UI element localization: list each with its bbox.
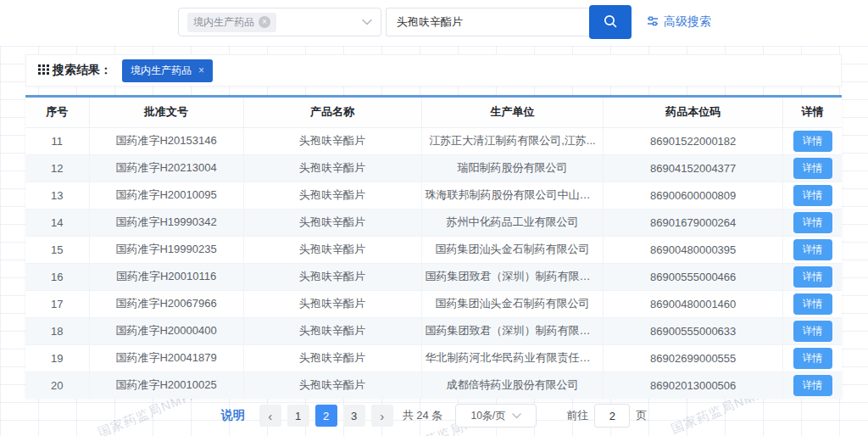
goto-label: 前往 bbox=[566, 408, 588, 423]
search-bar: 境内生产药品 × 高级搜索 bbox=[178, 5, 711, 39]
pagination-bar: 说明 ‹ 1 2 3 › 共 24 条 10条/页 前往 页 bbox=[0, 404, 868, 428]
search-button[interactable] bbox=[589, 5, 632, 39]
chevron-down-icon bbox=[512, 413, 521, 419]
cell-detail: 详情 bbox=[783, 263, 842, 290]
cell-product: 头孢呋辛酯片 bbox=[243, 290, 421, 317]
cell-detail: 详情 bbox=[783, 344, 842, 372]
detail-button[interactable]: 详情 bbox=[793, 131, 832, 152]
cell-product: 头孢呋辛酯片 bbox=[243, 344, 421, 372]
goto-page-input[interactable] bbox=[594, 404, 630, 428]
table-row: 18国药准字H20000400头孢呋辛酯片国药集团致君（深圳）制药有限公...8… bbox=[25, 317, 842, 344]
cell-no: 20 bbox=[25, 372, 89, 399]
cell-manufacturer: 江苏正大清江制药有限公司,江苏... bbox=[421, 127, 604, 154]
cell-detail: 详情 bbox=[783, 209, 842, 236]
cell-manufacturer: 国药集团致君（深圳）制药有限公... bbox=[421, 317, 604, 344]
results-table: 序号 批准文号 产品名称 生产单位 药品本位码 详情 11国药准字H201531… bbox=[25, 98, 842, 399]
cell-no: 11 bbox=[25, 127, 89, 154]
note-link[interactable]: 说明 bbox=[221, 408, 245, 423]
goto-suffix: 页 bbox=[636, 408, 647, 423]
cell-code: 86900480001460 bbox=[604, 290, 783, 317]
cell-code: 86900555000466 bbox=[604, 263, 783, 290]
prev-page-button[interactable]: ‹ bbox=[259, 405, 281, 427]
detail-button[interactable]: 详情 bbox=[793, 321, 832, 342]
cell-code: 86900480000395 bbox=[604, 236, 783, 263]
cell-manufacturer: 珠海联邦制药股份有限公司中山分... bbox=[421, 182, 604, 209]
detail-button[interactable]: 详情 bbox=[793, 293, 832, 315]
category-tag-remove-icon[interactable]: × bbox=[259, 16, 270, 28]
cell-manufacturer: 国药集团汕头金石制药有限公司 bbox=[421, 236, 604, 263]
cell-detail: 详情 bbox=[783, 236, 842, 263]
filter-tag-close-icon[interactable]: × bbox=[198, 64, 204, 76]
detail-button[interactable]: 详情 bbox=[793, 348, 832, 369]
page-size-value: 10条/页 bbox=[471, 409, 506, 423]
page-size-select[interactable]: 10条/页 bbox=[455, 404, 537, 428]
cell-approval: 国药准字H20041879 bbox=[89, 344, 243, 372]
detail-button[interactable]: 详情 bbox=[793, 158, 832, 179]
filter-sliders-icon bbox=[647, 15, 659, 30]
cell-product: 头孢呋辛酯片 bbox=[243, 317, 421, 344]
cell-detail: 详情 bbox=[783, 290, 842, 317]
col-header-no: 序号 bbox=[25, 98, 89, 127]
cell-no: 16 bbox=[25, 263, 89, 290]
cell-approval: 国药准字H20000400 bbox=[89, 317, 243, 344]
cell-approval: 国药准字H19990235 bbox=[89, 236, 243, 263]
advanced-search-label: 高级搜索 bbox=[664, 14, 711, 30]
cell-detail: 详情 bbox=[783, 127, 842, 154]
filter-tag[interactable]: 境内生产药品 × bbox=[122, 59, 213, 82]
detail-button[interactable]: 详情 bbox=[793, 239, 832, 260]
next-page-button[interactable]: › bbox=[371, 405, 393, 427]
table-row: 13国药准字H20010095头孢呋辛酯片珠海联邦制药股份有限公司中山分...8… bbox=[25, 182, 842, 209]
cell-product: 头孢呋辛酯片 bbox=[243, 209, 421, 236]
cell-product: 头孢呋辛酯片 bbox=[243, 127, 421, 154]
search-input[interactable] bbox=[386, 8, 589, 36]
cell-no: 19 bbox=[25, 344, 89, 372]
cell-product: 头孢呋辛酯片 bbox=[243, 263, 421, 290]
category-select[interactable]: 境内生产药品 × bbox=[178, 8, 381, 36]
category-tag: 境内生产药品 × bbox=[187, 13, 276, 32]
cell-approval: 国药准字H20067966 bbox=[89, 290, 243, 317]
cell-manufacturer: 国药集团致君（深圳）制药有限公... bbox=[421, 263, 604, 290]
table-row: 19国药准字H20041879头孢呋辛酯片华北制药河北华民药业有限责任公...8… bbox=[25, 344, 842, 372]
cell-manufacturer: 成都倍特药业股份有限公司 bbox=[421, 372, 604, 399]
table-row: 20国药准字H20010025头孢呋辛酯片成都倍特药业股份有限公司8690201… bbox=[25, 372, 842, 399]
cell-approval: 国药准字H20010095 bbox=[89, 182, 243, 209]
detail-button[interactable]: 详情 bbox=[793, 185, 832, 206]
table-row: 17国药准字H20067966头孢呋辛酯片国药集团汕头金石制药有限公司86900… bbox=[25, 290, 842, 317]
cell-detail: 详情 bbox=[783, 372, 842, 399]
table-header-row: 序号 批准文号 产品名称 生产单位 药品本位码 详情 bbox=[25, 98, 842, 127]
cell-no: 15 bbox=[25, 236, 89, 263]
cell-no: 18 bbox=[25, 317, 89, 344]
cell-approval: 国药准字H20010116 bbox=[89, 263, 243, 290]
chevron-down-icon bbox=[362, 19, 372, 25]
detail-button[interactable]: 详情 bbox=[793, 266, 832, 288]
col-header-approval: 批准文号 bbox=[89, 98, 243, 127]
col-header-code: 药品本位码 bbox=[604, 98, 783, 127]
cell-product: 头孢呋辛酯片 bbox=[243, 372, 421, 399]
results-label-text: 搜索结果： bbox=[53, 63, 112, 78]
cell-no: 14 bbox=[25, 209, 89, 236]
page-button-2-active[interactable]: 2 bbox=[315, 405, 337, 427]
table-row: 15国药准字H19990235头孢呋辛酯片国药集团汕头金石制药有限公司86900… bbox=[25, 236, 842, 263]
col-header-manufacturer: 生产单位 bbox=[421, 98, 604, 127]
cell-product: 头孢呋辛酯片 bbox=[243, 236, 421, 263]
col-header-detail: 详情 bbox=[783, 98, 842, 127]
filter-tag-label: 境内生产药品 bbox=[131, 64, 192, 78]
cell-no: 17 bbox=[25, 290, 89, 317]
category-tag-label: 境内生产药品 bbox=[193, 15, 254, 30]
cell-code: 86902013000506 bbox=[604, 372, 783, 399]
cell-manufacturer: 苏州中化药品工业有限公司 bbox=[421, 209, 604, 236]
detail-button[interactable]: 详情 bbox=[793, 375, 832, 396]
page-button-1[interactable]: 1 bbox=[287, 405, 309, 427]
results-bar: 搜索结果： 境内生产药品 × bbox=[25, 54, 842, 87]
advanced-search-link[interactable]: 高级搜索 bbox=[647, 14, 711, 30]
cell-product: 头孢呋辛酯片 bbox=[243, 154, 421, 182]
grid-icon bbox=[38, 64, 49, 77]
cell-code: 86900555000633 bbox=[604, 317, 783, 344]
cell-code: 86904152004377 bbox=[604, 154, 783, 182]
detail-button[interactable]: 详情 bbox=[793, 212, 832, 233]
page-button-3[interactable]: 3 bbox=[343, 405, 365, 427]
total-count: 共 24 条 bbox=[403, 408, 443, 423]
table-row: 12国药准字H20213004头孢呋辛酯片瑞阳制药股份有限公司869041520… bbox=[25, 154, 842, 182]
cell-code: 86901522000182 bbox=[604, 127, 783, 154]
cell-manufacturer: 瑞阳制药股份有限公司 bbox=[421, 154, 604, 182]
